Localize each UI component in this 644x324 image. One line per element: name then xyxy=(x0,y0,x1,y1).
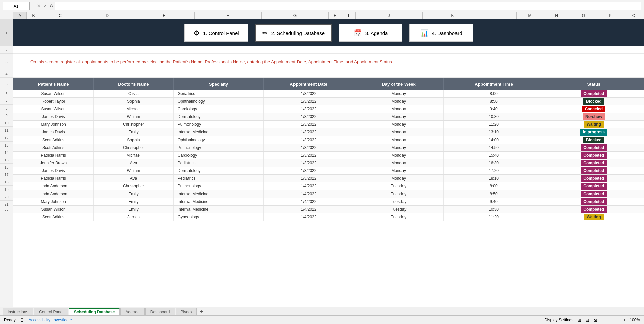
tab-instructions[interactable]: Instructions xyxy=(3,308,33,315)
tab-pivots[interactable]: Pivots xyxy=(176,308,197,315)
table-row[interactable]: Patricia HarrisMichaelCardiology1/3/2022… xyxy=(13,152,644,159)
date-cell: 1/3/2022 xyxy=(264,175,354,182)
specialty-cell: Internal Medicine xyxy=(173,206,264,213)
scheduling-database-btn[interactable]: ✏ 2. Scheduling Database xyxy=(255,24,332,42)
col-header-n[interactable]: N xyxy=(543,12,570,19)
add-sheet-btn[interactable]: + xyxy=(197,308,205,315)
nav-bar: ⚙ 1. Control Panel ✏ 2. Scheduling Datab… xyxy=(13,19,644,46)
col-header-f[interactable]: F xyxy=(195,12,262,19)
row-num-14: 14 xyxy=(0,149,13,156)
col-header-k[interactable]: K xyxy=(423,12,483,19)
row-num-2: 2 xyxy=(0,46,13,54)
table-row[interactable]: Scott AdkinsJamesGynecology1/4/2022Tuesd… xyxy=(13,213,644,221)
zoom-level: 100% xyxy=(630,318,640,322)
date-cell: 1/3/2022 xyxy=(264,98,354,105)
table-row[interactable]: Susan WilsonOliviaGeriatrics1/3/2022Mond… xyxy=(13,90,644,98)
date-cell: 1/3/2022 xyxy=(264,128,354,136)
cell-ref-box[interactable]: A1 xyxy=(3,2,30,10)
col-header-e[interactable]: E xyxy=(134,12,195,19)
col-header-q[interactable]: Q xyxy=(624,12,644,19)
view-normal-icon[interactable]: ⊞ xyxy=(577,317,581,323)
row-num-8: 8 xyxy=(0,105,13,112)
display-settings-btn[interactable]: Display Settings xyxy=(544,318,573,322)
cancel-icon[interactable]: ✕ xyxy=(37,3,41,9)
excel-shell: A1 ✕ ✓ fx A B C D E F G H I J K L M N O … xyxy=(0,0,644,324)
view-page-icon[interactable]: ⊠ xyxy=(593,317,597,323)
specialty-cell: Ophthalmology xyxy=(173,136,264,144)
col-header-d[interactable]: D xyxy=(80,12,134,19)
tab-scheduling-database[interactable]: Scheduling Database xyxy=(69,308,120,315)
day-cell: Monday xyxy=(354,152,444,159)
table-row[interactable]: James DavisWilliamDermatology1/3/2022Mon… xyxy=(13,167,644,175)
time-cell: 11:20 xyxy=(444,121,544,128)
col-header-j[interactable]: J xyxy=(356,12,423,19)
row-num-11: 11 xyxy=(0,127,13,134)
patient-cell: Scott Adkins xyxy=(13,144,94,152)
patient-cell: Mary Johnson xyxy=(13,121,94,128)
zoom-slider[interactable]: ──── xyxy=(608,318,619,322)
time-cell: 10:30 xyxy=(444,113,544,121)
col-header-g[interactable]: G xyxy=(262,12,329,19)
tab-agenda[interactable]: Agenda xyxy=(120,308,144,315)
view-layout-icon[interactable]: ⊟ xyxy=(585,317,589,323)
day-cell: Monday xyxy=(354,113,444,121)
table-row[interactable]: Susan WilsonEmilyInternal Medicine1/4/20… xyxy=(13,206,644,213)
accessibility-text[interactable]: Accessibility: Investigate xyxy=(29,318,72,322)
table-row[interactable]: Patricia HarrisAvaPediatrics1/3/2022Mond… xyxy=(13,175,644,182)
status-cell: Waiting xyxy=(544,121,644,128)
agenda-btn[interactable]: 📅 3. Agenda xyxy=(339,24,402,42)
doctor-cell: Emily xyxy=(94,190,174,198)
control-panel-btn[interactable]: ⚙ 1. Control Panel xyxy=(184,24,248,42)
table-row[interactable]: Mary JohnsonEmilyInternal Medicine1/4/20… xyxy=(13,198,644,206)
status-badge: Canceled xyxy=(582,106,605,112)
doctor-cell: William xyxy=(94,113,174,121)
row-num-21: 21 xyxy=(0,201,13,208)
day-cell: Monday xyxy=(354,159,444,167)
dashboard-btn[interactable]: 📊 4. Dashboard xyxy=(409,24,473,42)
table-row[interactable]: Jennifer BrownAvaPediatrics1/3/2022Monda… xyxy=(13,159,644,167)
table-row[interactable]: Robert TaylorSophiaOphthalmology1/3/2022… xyxy=(13,98,644,105)
fx-icon[interactable]: fx xyxy=(50,3,53,8)
zoom-plus-btn[interactable]: + xyxy=(623,318,626,322)
col-header-i[interactable]: I xyxy=(342,12,356,19)
table-row[interactable]: Scott AdkinsChristopherPulmonology1/3/20… xyxy=(13,144,644,152)
day-cell: Tuesday xyxy=(354,206,444,213)
col-header-l[interactable]: L xyxy=(483,12,517,19)
col-header-p[interactable]: P xyxy=(597,12,624,19)
col-header-a[interactable]: A xyxy=(13,12,27,19)
col-header-o[interactable]: O xyxy=(570,12,597,19)
table-row[interactable]: Scott AdkinsSophiaOphthalmology1/3/2022M… xyxy=(13,136,644,144)
zoom-minus-btn[interactable]: − xyxy=(601,318,604,322)
table-row[interactable]: Linda AndersonChristopherPulmonology1/4/… xyxy=(13,182,644,190)
row-num-10: 10 xyxy=(0,119,13,127)
status-cell: In progress xyxy=(544,128,644,136)
col-header-c[interactable]: C xyxy=(40,12,80,19)
formula-input[interactable] xyxy=(55,2,641,10)
table-row[interactable]: James DavisWilliamDermatology1/3/2022Mon… xyxy=(13,113,644,121)
date-cell: 1/3/2022 xyxy=(264,152,354,159)
tab-dashboard[interactable]: Dashboard xyxy=(145,308,175,315)
table-row[interactable]: Mary JohnsonChristopherPulmonology1/3/20… xyxy=(13,121,644,128)
date-cell: 1/4/2022 xyxy=(264,182,354,190)
col-header-b[interactable]: B xyxy=(27,12,40,19)
row-num-6: 6 xyxy=(0,90,13,97)
day-cell: Monday xyxy=(354,136,444,144)
row-numbers: 1 2 3 4 5 6 7 8 9 10 11 12 13 14 15 16 1… xyxy=(0,19,13,307)
date-cell: 1/3/2022 xyxy=(264,121,354,128)
confirm-icon[interactable]: ✓ xyxy=(43,3,47,9)
status-badge: Waiting xyxy=(584,121,604,128)
gear-icon: ⚙ xyxy=(194,29,200,37)
day-cell: Monday xyxy=(354,105,444,113)
time-cell: 8:50 xyxy=(444,190,544,198)
col-header-h[interactable]: H xyxy=(329,12,342,19)
control-panel-label: 1. Control Panel xyxy=(203,30,239,36)
table-row[interactable]: James DavisEmilyInternal Medicine1/3/202… xyxy=(13,128,644,136)
empty-row-4 xyxy=(13,70,644,78)
table-row[interactable]: Susan WilsonMichaelCardiology1/3/2022Mon… xyxy=(13,105,644,113)
table-row[interactable]: Linda AndersonEmilyInternal Medicine1/4/… xyxy=(13,190,644,198)
date-cell: 1/3/2022 xyxy=(264,90,354,98)
col-header-m[interactable]: M xyxy=(517,12,543,19)
col-header-doctor: Doctor's Name xyxy=(94,78,174,90)
doctor-cell: William xyxy=(94,167,174,175)
tab-control-panel[interactable]: Control Panel xyxy=(34,308,68,315)
